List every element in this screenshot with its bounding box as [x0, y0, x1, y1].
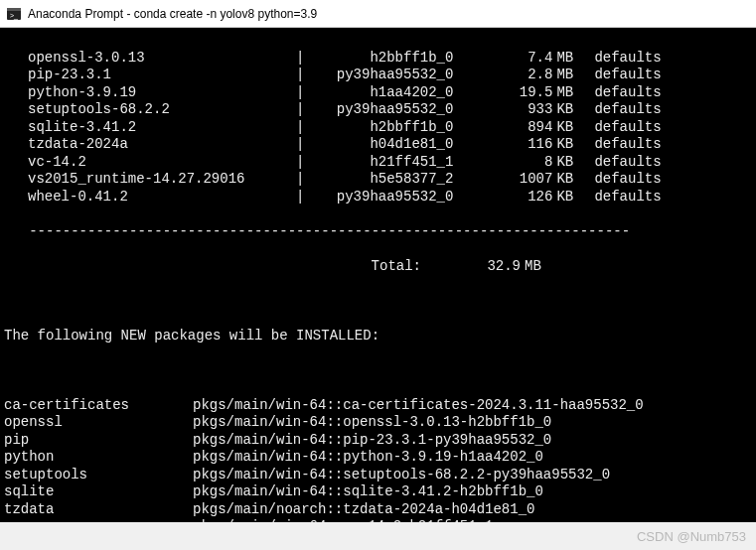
package-name: vs2015_runtime-14.27.29016: [28, 171, 296, 189]
package-channel: defaults: [582, 136, 672, 154]
window-title: Anaconda Prompt - conda create -n yolov8…: [28, 7, 317, 21]
install-package-spec: pkgs/main/win-64::sqlite-3.41.2-h2bbff1b…: [193, 483, 543, 501]
package-size: 19.5: [453, 84, 552, 102]
download-table-row: sqlite-3.41.2|h2bbff1b_0894KBdefaults: [4, 119, 756, 137]
package-size-unit: KB: [552, 101, 582, 119]
install-table-row: sqlitepkgs/main/win-64::sqlite-3.41.2-h2…: [4, 483, 756, 501]
package-size: 2.8: [453, 67, 552, 84]
package-channel: defaults: [582, 171, 672, 189]
install-package-name: tzdata: [4, 501, 193, 519]
package-size: 8: [453, 154, 552, 172]
download-table-row: tzdata-2024a|h04d1e81_0116KBdefaults: [4, 136, 756, 154]
package-size-unit: KB: [552, 171, 582, 189]
package-channel: defaults: [582, 189, 672, 206]
install-package-spec: pkgs/main/noarch::tzdata-2024a-h04d1e81_…: [193, 501, 534, 519]
terminal-output[interactable]: openssl-3.0.13|h2bbff1b_07.4MBdefaultspi…: [0, 28, 756, 522]
download-table-row: python-3.9.19|h1aa4202_019.5MBdefaults: [4, 84, 756, 102]
total-label: Total:: [4, 258, 421, 276]
total-value: 32.9: [421, 258, 521, 276]
download-table-row: setuptools-68.2.2|py39haa95532_0933KBdef…: [4, 101, 756, 119]
package-size-unit: KB: [552, 136, 582, 154]
install-table-row: setuptoolspkgs/main/win-64::setuptools-6…: [4, 467, 756, 484]
package-name: python-3.9.19: [28, 84, 296, 102]
package-size: 933: [453, 101, 552, 119]
download-table-row: vc-14.2|h21ff451_18KBdefaults: [4, 154, 756, 172]
package-name: sqlite-3.41.2: [28, 119, 296, 137]
install-table-row: tzdatapkgs/main/noarch::tzdata-2024a-h04…: [4, 501, 756, 519]
package-name: wheel-0.41.2: [28, 189, 296, 206]
package-size-unit: KB: [552, 154, 582, 172]
package-build: py39haa95532_0: [304, 101, 453, 119]
terminal-icon: >_: [6, 6, 22, 22]
install-table-row: opensslpkgs/main/win-64::openssl-3.0.13-…: [4, 414, 756, 432]
install-package-spec: pkgs/main/win-64::vc-14.2-h21ff451_1: [193, 518, 493, 522]
package-channel: defaults: [582, 119, 672, 137]
table-divider: ----------------------------------------…: [4, 223, 756, 241]
package-size: 7.4: [453, 50, 552, 68]
package-build: py39haa95532_0: [304, 67, 453, 84]
total-row: Total:32.9MB: [4, 258, 756, 276]
install-heading: The following NEW packages will be INSTA…: [4, 328, 756, 345]
install-package-name: pip: [4, 432, 193, 450]
package-channel: defaults: [582, 101, 672, 119]
total-unit: MB: [521, 258, 550, 276]
install-package-spec: pkgs/main/win-64::ca-certificates-2024.3…: [193, 397, 644, 415]
package-channel: defaults: [582, 84, 672, 102]
install-package-name: ca-certificates: [4, 397, 193, 415]
package-size-unit: MB: [552, 50, 582, 68]
install-package-spec: pkgs/main/win-64::setuptools-68.2.2-py39…: [193, 467, 610, 484]
package-size: 894: [453, 119, 552, 137]
install-table-row: pippkgs/main/win-64::pip-23.3.1-py39haa9…: [4, 432, 756, 450]
install-table-row: pythonpkgs/main/win-64::python-3.9.19-h1…: [4, 449, 756, 467]
package-name: tzdata-2024a: [28, 136, 296, 154]
package-size-unit: MB: [552, 84, 582, 102]
install-package-name: openssl: [4, 414, 193, 432]
package-channel: defaults: [582, 154, 672, 172]
package-build: h5e58377_2: [304, 171, 453, 189]
package-size-unit: KB: [552, 189, 582, 206]
package-name: vc-14.2: [28, 154, 296, 172]
install-package-name: python: [4, 449, 193, 467]
install-package-spec: pkgs/main/win-64::openssl-3.0.13-h2bbff1…: [193, 414, 551, 432]
package-size: 1007: [453, 171, 552, 189]
package-name: setuptools-68.2.2: [28, 101, 296, 119]
package-build: h21ff451_1: [304, 154, 453, 172]
package-name: pip-23.3.1: [28, 67, 296, 84]
package-size-unit: KB: [552, 119, 582, 137]
package-channel: defaults: [582, 50, 672, 68]
package-size: 126: [453, 189, 552, 206]
install-package-name: sqlite: [4, 483, 193, 501]
package-size-unit: MB: [552, 67, 582, 84]
download-table-row: wheel-0.41.2|py39haa95532_0126KBdefaults: [4, 189, 756, 206]
package-size: 116: [453, 136, 552, 154]
download-table-row: openssl-3.0.13|h2bbff1b_07.4MBdefaults: [4, 50, 756, 68]
install-package-spec: pkgs/main/win-64::pip-23.3.1-py39haa9553…: [193, 432, 551, 450]
package-build: py39haa95532_0: [304, 189, 453, 206]
install-table-row: ca-certificatespkgs/main/win-64::ca-cert…: [4, 397, 756, 415]
package-build: h04d1e81_0: [304, 136, 453, 154]
download-table-row: pip-23.3.1|py39haa95532_02.8MBdefaults: [4, 67, 756, 84]
install-package-name: vc: [4, 518, 193, 522]
package-name: openssl-3.0.13: [28, 50, 296, 68]
svg-rect-1: [7, 8, 21, 11]
package-channel: defaults: [582, 67, 672, 84]
install-package-spec: pkgs/main/win-64::python-3.9.19-h1aa4202…: [193, 449, 543, 467]
install-package-name: setuptools: [4, 467, 193, 484]
window-titlebar[interactable]: >_ Anaconda Prompt - conda create -n yol…: [0, 0, 756, 28]
package-build: h2bbff1b_0: [304, 119, 453, 137]
svg-text:>_: >_: [10, 12, 18, 20]
package-build: h1aa4202_0: [304, 84, 453, 102]
watermark: CSDN @Numb753: [637, 529, 746, 544]
install-table-row: vcpkgs/main/win-64::vc-14.2-h21ff451_1: [4, 518, 756, 522]
package-build: h2bbff1b_0: [304, 50, 453, 68]
download-table-row: vs2015_runtime-14.27.29016|h5e58377_2100…: [4, 171, 756, 189]
